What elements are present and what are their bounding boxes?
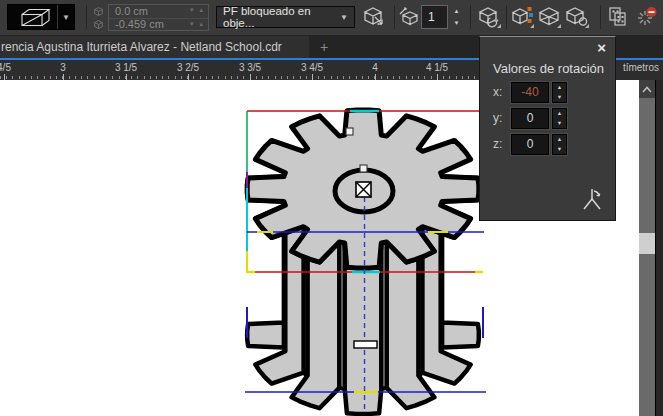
vp-x-value: 0.0 cm — [115, 5, 148, 17]
extrude-preset-icon — [8, 5, 57, 29]
vanishing-point-coords: 0.0 cm ▾ ▴ -0.459 cm ▾ ▴ — [108, 4, 209, 31]
copy-extrude-properties-button[interactable] — [606, 4, 630, 30]
extrude-depth-field[interactable]: 1 — [421, 5, 448, 29]
clear-extrude-icon — [634, 5, 659, 30]
cube-arrow-icon — [362, 5, 386, 29]
cube-color-icon — [510, 5, 535, 30]
extrude-property-bar: ▼ 0.0 cm ▾ ▴ -0.459 cm ▾ ▴ PF bloqueado … — [0, 0, 663, 35]
preset-dropdown-arrow[interactable]: ▼ — [57, 5, 74, 29]
rotation-z-field[interactable]: 0 — [511, 134, 549, 155]
extrude-color-button[interactable] — [510, 4, 535, 30]
ruler-label: 4 — [372, 62, 378, 73]
document-tab[interactable]: rencia Agustina Iturrieta Alvarez - Netl… — [0, 36, 309, 58]
dropdown-icon: ▼ — [62, 13, 70, 22]
vp-y-field[interactable]: -0.459 cm ▾ ▴ — [109, 18, 208, 31]
ruler-label: 3 — [60, 62, 66, 73]
spin-up-icon[interactable]: ▲ — [454, 8, 460, 14]
ruler-label: 3 1/5 — [115, 62, 137, 73]
vp-y-cube-icon — [92, 19, 105, 31]
extrude-rotation-button[interactable] — [477, 4, 502, 30]
ruler-label: 3 2/5 — [177, 62, 199, 73]
scroll-up-button[interactable] — [639, 80, 655, 98]
ruler-label: 3 4/5 — [301, 62, 323, 73]
separator — [86, 5, 87, 29]
ruler-label: 3 3/5 — [239, 62, 261, 73]
close-button[interactable]: × — [597, 40, 606, 56]
rotation-x-field[interactable]: -40 — [511, 82, 549, 103]
separator — [506, 5, 507, 29]
separator — [470, 5, 471, 29]
rotation-y-field[interactable]: 0 — [511, 108, 549, 129]
extrude-bevel-button[interactable] — [537, 4, 562, 30]
rotation-axis-label: y: — [493, 111, 511, 125]
separator — [600, 5, 601, 29]
object-node[interactable] — [360, 165, 367, 172]
rotation-axis-label: z: — [493, 137, 511, 151]
ruler-unit-label: tímetros — [623, 62, 659, 73]
vp-y-value: -0.459 cm — [115, 18, 164, 30]
coreldraw-window: ▼ 0.0 cm ▾ ▴ -0.459 cm ▾ ▴ PF bloqueado … — [0, 0, 663, 416]
rotation-values-popover: × Valores de rotación x:-40▲▼y:0▲▼z:0▲▼ — [479, 36, 616, 221]
cube-bevel-icon — [537, 5, 562, 30]
copy-properties-icon — [606, 5, 630, 29]
depth-slider-handle[interactable] — [354, 341, 377, 348]
rotation-row-z: z:0▲▼ — [493, 133, 567, 155]
extrude-lighting-button[interactable] — [564, 4, 590, 30]
cube-light-icon — [564, 4, 590, 30]
vertical-scrollbar[interactable] — [639, 80, 655, 416]
ruler-label: 4 1/5 — [426, 62, 448, 73]
vp-mode-select[interactable]: PF bloqueado en obje... ▼ — [216, 6, 355, 28]
popover-title: Valores de rotación — [493, 61, 604, 76]
depth-value: 1 — [428, 10, 435, 24]
extrude-depth-spinner[interactable]: ▲ ▼ — [450, 5, 463, 29]
new-tab-button[interactable]: + — [311, 36, 337, 58]
vp-x-field[interactable]: 0.0 cm ▾ ▴ — [109, 5, 208, 18]
chevron-up-icon — [642, 86, 652, 93]
ruler-label: 4/5 — [0, 62, 11, 73]
rotation-x-spinner[interactable]: ▲▼ — [552, 82, 567, 103]
dropdown-icon: ▼ — [340, 13, 348, 22]
vp-y-spinner[interactable]: ▾ ▴ — [190, 20, 205, 28]
rotation-z-spinner[interactable]: ▲▼ — [552, 134, 567, 155]
vp-x-spinner[interactable]: ▾ ▴ — [190, 6, 205, 14]
interactive-rotation-icon[interactable] — [580, 185, 606, 213]
spin-down-icon[interactable]: ▼ — [454, 20, 460, 26]
cube-rotate-icon — [477, 5, 502, 30]
vp-x-cube-icon — [92, 6, 105, 18]
vp-mode-value: PF bloqueado en obje... — [223, 5, 340, 29]
scrollbar-thumb[interactable] — [639, 233, 655, 254]
window-edge — [655, 80, 663, 416]
rotation-row-y: y:0▲▼ — [493, 107, 567, 129]
separator — [394, 5, 395, 29]
vanishing-point-button[interactable] — [361, 4, 386, 30]
extrude-depth-icon — [398, 4, 420, 30]
rotation-y-spinner[interactable]: ▲▼ — [552, 108, 567, 129]
extrude-preset-picker[interactable]: ▼ — [7, 4, 75, 30]
rotation-axis-label: x: — [493, 85, 511, 99]
clear-extrude-button[interactable] — [634, 4, 659, 30]
rotation-row-x: x:-40▲▼ — [493, 81, 567, 103]
object-node[interactable] — [346, 128, 353, 135]
